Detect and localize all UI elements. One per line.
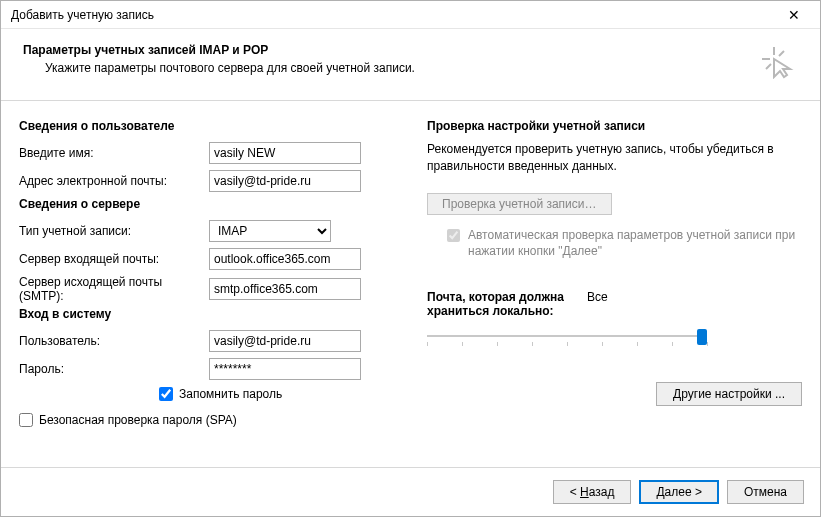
close-button[interactable]: ✕	[776, 1, 812, 29]
section-login: Вход в систему	[19, 307, 399, 321]
slider-value: Все	[587, 290, 608, 318]
cursor-click-icon	[760, 45, 794, 82]
label-user: Пользователь:	[19, 334, 209, 348]
remember-password-row[interactable]: Запомнить пароль	[159, 387, 399, 401]
svg-line-3	[766, 64, 771, 69]
label-account-type: Тип учетной записи:	[19, 224, 209, 238]
next-button[interactable]: Далее >	[639, 480, 719, 504]
mail-retention-slider[interactable]	[427, 326, 707, 346]
spa-label: Безопасная проверка пароля (SPA)	[39, 413, 237, 427]
slider-track	[427, 335, 707, 337]
account-type-select[interactable]: IMAP	[209, 220, 331, 242]
window-title: Добавить учетную запись	[11, 8, 154, 22]
test-description: Рекомендуется проверить учетную запись, …	[427, 141, 802, 175]
label-password: Пароль:	[19, 362, 209, 376]
slider-thumb[interactable]	[697, 329, 707, 345]
close-icon: ✕	[788, 7, 800, 23]
remember-password-label: Запомнить пароль	[179, 387, 282, 401]
dialog-footer: < Назад Далее > Отмена	[1, 468, 820, 516]
name-input[interactable]	[209, 142, 361, 164]
right-column: Проверка настройки учетной записи Рекоме…	[427, 115, 802, 457]
titlebar: Добавить учетную запись ✕	[1, 1, 820, 29]
auto-test-row: Автоматическая проверка параметров учетн…	[427, 227, 802, 261]
header-subtitle: Укажите параметры почтового сервера для …	[23, 61, 415, 75]
user-input[interactable]	[209, 330, 361, 352]
incoming-server-input[interactable]	[209, 248, 361, 270]
outgoing-server-input[interactable]	[209, 278, 361, 300]
section-server-info: Сведения о сервере	[19, 197, 399, 211]
email-input[interactable]	[209, 170, 361, 192]
account-dialog: Добавить учетную запись ✕ Параметры учет…	[0, 0, 821, 517]
back-button[interactable]: < Назад	[553, 480, 632, 504]
label-incoming: Сервер входящей почты:	[19, 252, 209, 266]
more-settings-button[interactable]: Другие настройки ...	[656, 382, 802, 406]
dialog-header: Параметры учетных записей IMAP и POP Ука…	[1, 29, 820, 100]
auto-test-label: Автоматическая проверка параметров учетн…	[468, 227, 802, 261]
slider-label: Почта, которая должна храниться локально…	[427, 290, 577, 318]
remember-password-checkbox[interactable]	[159, 387, 173, 401]
section-test: Проверка настройки учетной записи	[427, 119, 802, 133]
section-user-info: Сведения о пользователе	[19, 119, 399, 133]
cancel-button[interactable]: Отмена	[727, 480, 804, 504]
header-title: Параметры учетных записей IMAP и POP	[23, 43, 415, 57]
left-column: Сведения о пользователе Введите имя: Адр…	[19, 115, 399, 457]
dialog-body: Сведения о пользователе Введите имя: Адр…	[1, 100, 820, 468]
spa-checkbox[interactable]	[19, 413, 33, 427]
svg-line-2	[779, 51, 784, 56]
label-outgoing: Сервер исходящей почты (SMTP):	[19, 275, 209, 303]
auto-test-checkbox	[447, 229, 460, 242]
password-input[interactable]	[209, 358, 361, 380]
test-account-button: Проверка учетной записи…	[427, 193, 612, 215]
spa-row[interactable]: Безопасная проверка пароля (SPA)	[19, 413, 399, 427]
label-name: Введите имя:	[19, 146, 209, 160]
label-email: Адрес электронной почты:	[19, 174, 209, 188]
